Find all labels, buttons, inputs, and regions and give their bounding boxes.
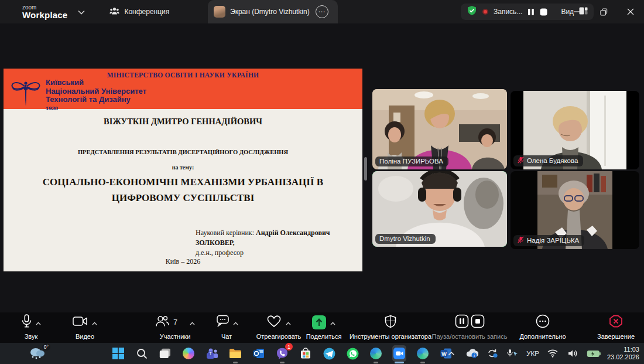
participant-name-tag: Олена Будякова [513, 155, 583, 166]
meeting-content-area: МІНІСТЕРСТВО ОСВІТИ І НАУКИ УКРАЇНИ Київ… [0, 23, 644, 312]
react-label: Отреагировать [256, 333, 302, 340]
participant-name-tag: Dmytro Vizhutkin [375, 234, 436, 244]
chevron-up-icon[interactable] [330, 317, 335, 328]
share-label: Поделиться [306, 333, 342, 340]
end-icon [609, 314, 623, 331]
video-tile-olena[interactable]: Олена Будякова [511, 91, 639, 169]
tab-options-icon[interactable]: ⋯ [316, 5, 328, 18]
pause-record-label: Пауза/остановить запись [432, 333, 508, 340]
chevron-up-icon[interactable] [190, 317, 195, 328]
svg-text:T: T [210, 352, 212, 356]
stop-record-icon[interactable] [471, 314, 485, 331]
taskbar-apps: T 1 [111, 343, 453, 364]
recording-status: Запись... [494, 8, 522, 16]
chevron-up-icon[interactable] [36, 317, 41, 328]
outlook-icon[interactable] [252, 345, 266, 362]
chevron-down-icon[interactable] [78, 6, 85, 17]
edge-icon[interactable] [369, 345, 383, 362]
end-meeting-button[interactable]: Завершение [590, 315, 642, 342]
tab-screen-share[interactable]: Экран (Dmytro Vizhutkin) ⋯ [208, 0, 338, 23]
zoom-workplace-logo: zoom Workplace [22, 5, 67, 19]
mic-icon [22, 314, 32, 331]
teams-icon[interactable]: T [205, 345, 219, 362]
record-dot-icon [482, 9, 488, 15]
end-label: Завершение [597, 333, 635, 340]
video-tile-dmytro[interactable]: Dmytro Vizhutkin [372, 171, 507, 247]
participant-name: Поліна ПУЗИРЬОВА [379, 158, 443, 165]
tray-date: 23.02.2026 [607, 353, 639, 361]
pause-recording-icon[interactable] [527, 8, 535, 16]
gallery-scrollbar[interactable] [364, 157, 367, 181]
slide-supervisor: Науковий керівник: Андрій Олександрович … [196, 228, 362, 258]
weather-widget[interactable]: 0° [28, 345, 48, 362]
zoom-app-icon[interactable] [392, 345, 406, 362]
participants-label: Участники [160, 333, 191, 340]
video-label: Видео [76, 333, 94, 340]
wifi-icon[interactable] [546, 346, 560, 360]
maximize-button[interactable] [590, 0, 617, 23]
chevron-up-icon[interactable] [233, 317, 238, 328]
logo-text-zoom: zoom [22, 5, 67, 11]
whatsapp-icon[interactable] [345, 345, 359, 362]
language-indicator[interactable]: УКР [526, 350, 539, 357]
shared-slide: МІНІСТЕРСТВО ОСВІТИ І НАУКИ УКРАЇНИ Київ… [4, 69, 362, 271]
university-name: Київський Національний Університет Техно… [46, 79, 146, 104]
minimize-button[interactable] [563, 0, 590, 23]
chat-button[interactable]: Чат [204, 315, 249, 342]
search-icon[interactable] [135, 345, 149, 362]
clock[interactable]: 11:03 23.02.2026 [607, 346, 639, 361]
slide-banner: МІНІСТЕРСТВО ОСВІТИ І НАУКИ УКРАЇНИ Київ… [4, 69, 362, 109]
video-tile-polina[interactable]: Поліна ПУЗИРЬОВА [372, 89, 507, 169]
more-icon [536, 314, 550, 331]
participant-name-tag: Надія ЗАРІЦЬКА [513, 235, 584, 246]
chevron-up-icon[interactable] [286, 317, 291, 328]
slide-on-topic: на тему: [4, 164, 362, 171]
security-shield-icon[interactable] [467, 5, 477, 18]
file-explorer-icon[interactable] [228, 345, 242, 362]
audio-label: Звук [25, 333, 38, 340]
share-icon [312, 315, 326, 329]
university-emblem [9, 79, 42, 111]
logo-text-workplace: Workplace [22, 11, 67, 19]
video-button[interactable]: Видео [60, 315, 110, 342]
more-button[interactable]: Дополнительно [511, 315, 575, 342]
viber-icon[interactable]: 1 [275, 345, 289, 362]
copilot-icon[interactable] [181, 345, 196, 362]
pause-record-icon[interactable] [455, 314, 469, 331]
pause-stop-recording-button[interactable]: Пауза/остановить запись [431, 315, 508, 342]
telegram-icon[interactable] [322, 345, 336, 362]
onedrive-icon[interactable]: i [465, 346, 479, 360]
host-tools-button[interactable]: Инструменты организатора [349, 315, 432, 342]
chat-label: Чат [221, 333, 232, 340]
sync-icon[interactable] [485, 346, 499, 360]
tab-meeting-label: Конференция [124, 8, 169, 16]
avatar [214, 6, 225, 18]
slide-thesis-title: СОЦІАЛЬНО-ЕКОНОМІЧНІ МЕХАНІЗМИ УРБАНІЗАЦ… [4, 174, 362, 206]
video-tile-nadiia[interactable]: Надія ЗАРІЦЬКА [511, 171, 639, 249]
participants-button[interactable]: 7 Участники [144, 315, 206, 342]
share-button[interactable]: Поделиться [300, 315, 348, 342]
muted-mic-icon [518, 236, 524, 244]
edge-icon-2[interactable] [416, 345, 430, 362]
task-view-icon[interactable] [158, 345, 172, 362]
tab-screen-label: Экран (Dmytro Vizhutkin) [230, 8, 310, 16]
weather-temp: 0° [42, 343, 50, 351]
participant-name-tag: Поліна ПУЗИРЬОВА [375, 157, 448, 166]
participant-name: Надія ЗАРІЦЬКА [527, 237, 579, 244]
tab-meeting[interactable]: Конференция [109, 7, 169, 17]
chevron-up-icon[interactable] [92, 317, 97, 328]
privacy-indicators-icon[interactable] [506, 346, 520, 360]
volume-icon[interactable] [566, 346, 580, 360]
audio-button[interactable]: Звук [8, 315, 54, 342]
start-button[interactable] [111, 345, 125, 362]
close-button[interactable] [617, 0, 644, 23]
tray-chevron-icon[interactable] [444, 346, 458, 360]
slide-footer: Київ – 2026 [4, 257, 362, 266]
stop-recording-icon[interactable] [540, 8, 547, 16]
store-icon[interactable] [299, 345, 313, 362]
host-tools-label: Инструменты организатора [350, 333, 431, 340]
battery-icon[interactable] [587, 346, 601, 360]
slide-subtitle: ПРЕДСТАВЛЕННЯ РЕЗУЛЬТАТІВ ДИСЕРТАЦІЙНОГО… [4, 149, 362, 155]
zoom-titlebar: zoom Workplace Конференция Экран (Dmytro… [0, 0, 644, 23]
svg-text:i: i [474, 353, 475, 358]
